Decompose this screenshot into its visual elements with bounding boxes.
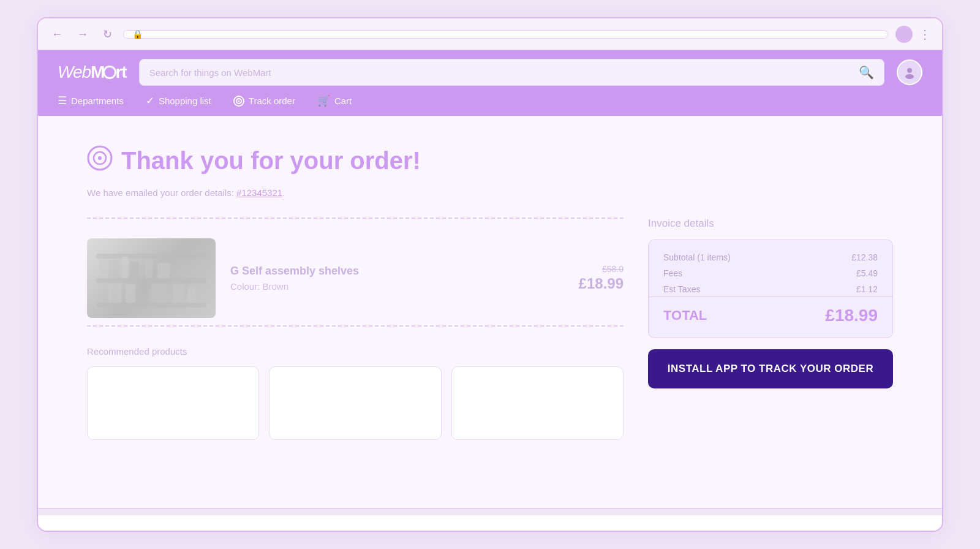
svg-rect-23 <box>188 286 195 303</box>
invoice-box-bottom: TOTAL £18.99 <box>649 297 892 338</box>
nav-cart[interactable]: 🛒 Cart <box>317 94 352 107</box>
fees-value: £5.49 <box>856 268 878 278</box>
email-suffix: . <box>282 187 285 198</box>
browser-window: ← → ↻ 🔒 ⋮ WebMrt 🔍 ☰ Depar <box>37 17 943 532</box>
departments-icon: ☰ <box>58 94 67 107</box>
taxes-row: Est Taxes £1.12 <box>663 284 878 294</box>
est-taxes-label: Est Taxes <box>663 284 700 294</box>
track-icon <box>233 95 244 107</box>
svg-rect-11 <box>99 259 107 278</box>
total-amount: £18.99 <box>825 306 878 325</box>
nav-track-order[interactable]: Track order <box>233 95 295 107</box>
browser-actions: ⋮ <box>895 26 932 43</box>
thank-you-section: Thank you for your order! We have emaile… <box>87 145 893 198</box>
svg-rect-14 <box>130 261 139 278</box>
svg-point-4 <box>238 100 239 102</box>
nav-departments[interactable]: ☰ Departments <box>58 94 124 107</box>
invoice-section: Invoice details Subtotal (1 items) £12.3… <box>648 218 893 440</box>
svg-rect-16 <box>157 263 170 278</box>
invoice-box-top: Subtotal (1 items) £12.38 Fees £5.49 Est… <box>649 240 892 297</box>
recommended-section: Recommended products <box>87 346 624 440</box>
svg-rect-9 <box>96 278 206 283</box>
product-colour: Colour: Brown <box>230 281 564 292</box>
svg-rect-8 <box>96 254 206 259</box>
bottom-divider <box>87 325 624 327</box>
search-bar[interactable]: 🔍 <box>139 59 884 86</box>
fees-row: Fees £5.49 <box>663 268 878 278</box>
bottom-bar <box>38 508 942 515</box>
recommended-card-1[interactable] <box>87 366 259 440</box>
subtotal-label: Subtotal (1 items) <box>663 252 731 262</box>
nav-track-order-label: Track order <box>249 96 295 106</box>
subtotal-row: Subtotal (1 items) £12.38 <box>663 252 878 262</box>
price-new: £18.99 <box>579 275 624 292</box>
invoice-box: Subtotal (1 items) £12.38 Fees £5.49 Est… <box>648 240 893 338</box>
est-taxes-value: £1.12 <box>856 284 878 294</box>
order-section: G Self assembly shelves Colour: Brown £5… <box>87 218 624 440</box>
address-bar[interactable]: 🔒 <box>123 30 888 39</box>
site-header: WebMrt 🔍 <box>38 50 942 94</box>
svg-rect-17 <box>176 259 184 278</box>
svg-rect-18 <box>108 283 122 303</box>
product-name: G Self assembly shelves <box>230 265 564 278</box>
nav-shopping-list[interactable]: ✓ Shopping list <box>146 94 211 107</box>
fees-label: Fees <box>663 268 682 278</box>
svg-rect-13 <box>122 257 128 278</box>
back-button[interactable]: ← <box>48 26 66 42</box>
product-details: G Self assembly shelves Colour: Brown <box>230 265 564 292</box>
email-prefix: We have emailed your order details: <box>87 187 236 198</box>
nav-cart-label: Cart <box>334 96 352 106</box>
checkmark-icon: ✓ <box>146 94 154 107</box>
product-image <box>87 238 216 318</box>
forward-button[interactable]: → <box>74 26 92 42</box>
top-divider <box>87 218 624 219</box>
product-price: £58.0 £18.99 <box>579 264 624 292</box>
order-success-icon <box>87 145 113 176</box>
main-content: Thank you for your order! We have emaile… <box>38 116 942 508</box>
profile-circle[interactable] <box>895 26 913 43</box>
svg-rect-21 <box>151 283 167 303</box>
cart-icon: 🛒 <box>317 94 330 107</box>
order-number-link[interactable]: #12345321 <box>236 187 282 198</box>
price-old: £58.0 <box>579 264 624 274</box>
search-button[interactable]: 🔍 <box>859 65 874 80</box>
browser-bar: ← → ↻ 🔒 ⋮ <box>38 18 942 50</box>
user-avatar[interactable] <box>897 59 922 85</box>
svg-point-7 <box>98 156 102 160</box>
svg-point-0 <box>907 68 912 73</box>
svg-point-1 <box>905 74 914 79</box>
svg-rect-15 <box>145 259 153 278</box>
nav-shopping-list-label: Shopping list <box>159 96 211 106</box>
total-label: TOTAL <box>663 308 707 324</box>
site-nav: ☰ Departments ✓ Shopping list Track orde… <box>38 94 942 116</box>
subtotal-value: £12.38 <box>851 252 878 262</box>
svg-rect-20 <box>139 281 148 303</box>
recommended-card-3[interactable] <box>451 366 624 440</box>
order-item: G Self assembly shelves Colour: Brown £5… <box>87 231 624 325</box>
svg-rect-19 <box>126 284 135 303</box>
recommended-grid <box>87 366 624 440</box>
nav-departments-label: Departments <box>71 96 124 106</box>
svg-rect-10 <box>96 303 206 308</box>
logo[interactable]: WebMrt <box>58 62 127 82</box>
recommended-title: Recommended products <box>87 346 624 357</box>
email-line: We have emailed your order details: #123… <box>87 187 893 198</box>
thank-you-title: Thank you for your order! <box>87 145 893 176</box>
invoice-title: Invoice details <box>648 218 893 230</box>
lock-icon: 🔒 <box>132 29 143 39</box>
more-options-button[interactable]: ⋮ <box>919 27 932 42</box>
svg-rect-22 <box>173 284 184 303</box>
svg-rect-12 <box>108 260 119 278</box>
recommended-card-2[interactable] <box>269 366 441 440</box>
refresh-button[interactable]: ↻ <box>99 26 116 42</box>
thank-you-heading: Thank you for your order! <box>121 147 421 175</box>
install-app-button[interactable]: INSTALL APP TO TRACK YOUR ORDER <box>648 349 893 388</box>
search-input[interactable] <box>149 67 853 78</box>
content-grid: G Self assembly shelves Colour: Brown £5… <box>87 218 893 440</box>
